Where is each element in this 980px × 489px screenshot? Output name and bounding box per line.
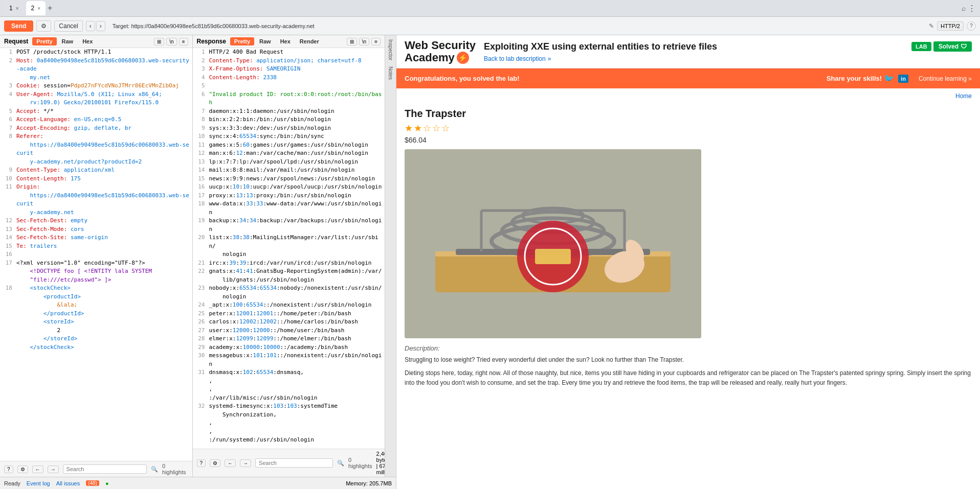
event-log-link[interactable]: Event log [27,480,50,486]
browser-menu-icon[interactable]: ⋮ [968,4,976,13]
response-panel-tools: ⊞ \n ≡ [347,38,381,45]
response-tab-raw[interactable]: Raw [255,37,275,45]
help-button[interactable]: ? [967,21,976,31]
edit-url-icon[interactable]: ✎ [929,22,934,30]
request-bottom-forward[interactable]: → [48,465,59,473]
memory-usage: Memory: 205.7MB [346,480,392,486]
req-line-9: 9Content-Type: application/xml [0,166,192,175]
tab-1-close[interactable]: × [16,6,19,11]
req-line-18: 18 <stockCheck> [0,284,192,293]
issues-label[interactable]: All issues [56,480,80,486]
product-name: The Trapster [405,108,972,120]
request-title: Request [4,38,28,45]
tab-2[interactable]: 2 × [26,1,46,15]
response-tab-pretty[interactable]: Pretty [230,37,254,45]
response-title: Response [197,38,226,45]
request-bottom-gear[interactable]: ⚙ [17,465,28,473]
solved-badge: Solved 🛡 [933,41,972,52]
request-highlights: 0 highlights [162,463,188,475]
resp-line-30: 30messagebus:x:101:101::/nonexistent:/us… [193,352,385,368]
web-header: Web Security Academy ⚡ Exploiting XXE us… [396,35,980,68]
req-line-14: 14Sec-Fetch-Site: same-origin [0,234,192,242]
request-bottom-back[interactable]: ← [32,465,43,473]
resp-line-4: 4Content-Length: 2338 [193,74,385,82]
response-tab-render[interactable]: Render [296,37,323,45]
req-line-16: 16 [0,250,192,259]
send-button[interactable]: Send [4,20,33,32]
req-line-7: 7Accept-Encoding: gzip, deflate, br [0,124,192,133]
request-bottom-help[interactable]: ? [4,465,13,473]
resp-line-17: 17proxy:x:13:13:proxy:/bin:/usr/sbin/nol… [193,192,385,200]
request-search-input[interactable] [63,464,147,474]
request-tool-ln[interactable]: \n [166,38,176,45]
response-content: 1HTTP/2 400 Bad Request 2Content-Type: a… [193,48,385,449]
req-line-11: 11Origin: https://0a8400e90498ee5c81b59d… [0,183,192,217]
twitter-icon[interactable]: 🐦 [884,74,894,83]
tab-2-close[interactable]: × [37,6,40,11]
notes-icon[interactable]: Notes [387,64,394,82]
back-arrow: » [548,55,551,62]
back-forward-nav: ‹ › [86,21,105,31]
req-line-18d: </productId> [0,310,192,318]
resp-line-26: 26carlos:x:12002:12002::/home/carlos:/bi… [193,318,385,327]
req-line-18h: </stockCheck> [0,343,192,352]
resp-line-13: 13lp:x:7:7:lp:/var/spool/lpd:/usr/sbin/n… [193,158,385,167]
response-bottom-gear[interactable]: ⚙ [210,459,220,467]
burp-pane: Request Pretty Raw Hex ⊞ \n ≡ 1POST /pro… [0,35,396,489]
response-tool-ln[interactable]: \n [359,38,369,45]
forward-button[interactable]: › [96,21,105,31]
response-tool-wrap[interactable]: ⊞ [347,38,357,45]
resp-line-28: 28elmer:x:12099:12099::/home/elmer:/bin/… [193,335,385,343]
response-bottom-forward[interactable]: → [240,459,251,467]
request-tab-hex[interactable]: Hex [78,37,97,45]
req-line-18f: 2 [0,327,192,335]
solved-icon: 🛡 [961,43,967,50]
response-tool-more[interactable]: ≡ [371,38,381,45]
tab-1[interactable]: 1 × [4,1,24,15]
resp-line-15: 15news:x:9:9:news:/var/spool/news:/usr/s… [193,175,385,183]
response-search-icon[interactable]: 🔍 [337,460,344,467]
resp-line-24: 24_apt:x:100:65534::/nonexistent:/usr/sb… [193,301,385,310]
response-highlights: 0 highlights [348,457,372,469]
linkedin-icon[interactable]: in [898,75,908,83]
request-content: 1POST /product/stock HTTP/1.1 2Host: 0a8… [0,48,192,461]
resp-line-12: 12man:x:6:12:man:/var/cache/man:/usr/sbi… [193,149,385,158]
req-line-18b: <productId> [0,293,192,301]
browser-search-icon[interactable]: ⌕ [962,4,966,12]
back-button[interactable]: ‹ [86,21,95,31]
response-bottom-help[interactable]: ? [197,459,206,467]
resp-line-31c: :/var/lib/misc:/usr/sbin/nologin [193,394,385,403]
request-tab-raw[interactable]: Raw [58,37,78,45]
response-search-input[interactable] [255,458,333,468]
new-tab-button[interactable]: + [48,4,52,13]
http-version-selector[interactable]: HTTP/2 [937,21,964,31]
home-link[interactable]: Home [405,88,972,104]
request-tab-pretty[interactable]: Pretty [32,37,56,45]
response-panel: Response Pretty Raw Hex Render ⊞ \n ≡ 1H… [193,35,385,477]
request-tool-wrap[interactable]: ⊞ [154,38,164,45]
response-tabs: Pretty Raw Hex Render [230,37,323,45]
resp-line-31b: , [193,385,385,394]
continue-learning-link[interactable]: Continue learning » [919,75,972,82]
resp-line-20: 20list:x:38:38:MailingListManager:/var/l… [193,234,385,259]
resp-line-1: 1HTTP/2 400 Bad Request [193,48,385,57]
gear-button[interactable]: ⚙ [36,20,51,32]
request-search-icon[interactable]: 🔍 [151,466,158,473]
request-tool-more[interactable]: ≡ [179,38,188,45]
target-url: Target: https://0a8400e90498ee5c81b59d6c… [113,23,922,29]
back-to-lab-link[interactable]: Back to lab description » [484,55,972,62]
congrats-text: Congratulations, you solved the lab! [405,75,520,82]
cancel-button[interactable]: Cancel [54,20,82,32]
request-bottom-bar: ? ⚙ ← → 🔍 0 highlights [0,461,192,477]
resp-line-16: 16uucp:x:10:10:uucp:/var/spool/uucp:/usr… [193,183,385,192]
resp-line-31a: , [193,377,385,386]
response-tab-hex[interactable]: Hex [276,37,295,45]
inspector-icon[interactable]: Inspector [387,37,394,62]
product-image [405,149,701,338]
response-panel-header: Response Pretty Raw Hex Render ⊞ \n ≡ [193,35,385,48]
req-line-18c: &lala; [0,301,192,310]
product-price: $66.04 [405,136,972,144]
main-content: Request Pretty Raw Hex ⊞ \n ≡ 1POST /pro… [0,35,980,489]
response-bottom-back[interactable]: ← [225,459,236,467]
description-label: Description: [405,344,972,352]
